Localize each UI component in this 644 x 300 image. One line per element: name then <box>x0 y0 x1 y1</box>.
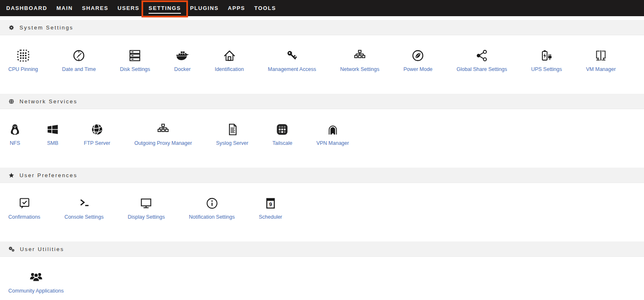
gear-icon <box>9 25 14 30</box>
gears-icon <box>9 246 15 252</box>
settings-item-label: Management Access <box>268 66 316 72</box>
section-title: Network Services <box>20 98 78 105</box>
settings-item-ftp-server[interactable]: FTP Server <box>72 122 122 146</box>
settings-item-label: Syslog Server <box>216 140 249 146</box>
settings-item-vpn-manager[interactable]: VPN Manager <box>304 122 361 146</box>
settings-item-tailscale[interactable]: Tailscale <box>260 122 304 146</box>
key-icon <box>268 48 316 63</box>
settings-page: System SettingsCPU PinningDate and TimeD… <box>0 20 644 300</box>
settings-item-network-settings[interactable]: Network Settings <box>328 48 391 72</box>
settings-item-label: Scheduler <box>259 214 282 220</box>
settings-item-cpu-pinning[interactable]: CPU Pinning <box>0 48 50 72</box>
settings-item-label: Outgoing Proxy Manager <box>134 140 192 146</box>
settings-item-label: Display Settings <box>128 214 165 220</box>
section-title: System Settings <box>20 24 73 31</box>
sitemap-icon <box>134 122 192 137</box>
settings-item-label: Notification Settings <box>189 214 234 220</box>
settings-item-label: Docker <box>174 66 191 72</box>
star-icon <box>9 173 14 178</box>
nav-item-tools[interactable]: TOOLS <box>250 0 281 16</box>
section-network-services: Network ServicesNFSSMBFTP ServerOutgoing… <box>0 94 644 168</box>
nav-item-label: SETTINGS <box>149 5 181 14</box>
settings-item-label: Tailscale <box>272 140 292 146</box>
leaf-circle-icon <box>403 48 432 63</box>
section-title: User Utilities <box>20 246 64 252</box>
nav-item-users[interactable]: USERS <box>113 0 144 16</box>
nav-item-shares[interactable]: SHARES <box>78 0 113 16</box>
nav-item-label: SHARES <box>82 5 109 11</box>
nav-item-label: MAIN <box>56 5 73 11</box>
settings-item-label: Disk Settings <box>120 66 150 72</box>
windows-icon <box>46 122 60 137</box>
info-circle-icon <box>189 195 234 211</box>
calendar-icon: 9 <box>259 195 282 211</box>
settings-item-community-applications[interactable]: Community Applications <box>0 269 76 294</box>
nav-item-plugins[interactable]: PLUGINS <box>185 0 223 16</box>
section-items: Community Applications <box>0 257 644 300</box>
section-items: NFSSMBFTP ServerOutgoing Proxy ManagerSy… <box>0 109 644 168</box>
settings-item-management-access[interactable]: Management Access <box>256 48 328 72</box>
terminal-icon <box>64 195 104 211</box>
chat-check-icon <box>8 195 40 211</box>
settings-item-identification[interactable]: Identification <box>202 48 256 72</box>
settings-item-smb[interactable]: SMB <box>34 122 72 146</box>
section-header: User Utilities <box>0 241 644 257</box>
nav-item-settings[interactable]: SETTINGS <box>144 0 185 16</box>
settings-item-label: FTP Server <box>84 140 110 146</box>
nav-item-main[interactable]: MAIN <box>52 0 78 16</box>
settings-item-vm-manager[interactable]: VM Manager <box>574 48 628 72</box>
nav-item-label: APPS <box>228 5 245 11</box>
settings-item-notification-settings[interactable]: Notification Settings <box>177 195 246 220</box>
disk-stack-icon <box>120 48 150 63</box>
clock-icon <box>62 48 96 63</box>
nav-item-label: USERS <box>117 5 139 11</box>
docker-whale-icon <box>174 48 191 63</box>
top-nav: DASHBOARDMAINSHARESUSERSSETTINGSPLUGINSA… <box>0 0 644 16</box>
settings-item-label: NFS <box>8 140 22 146</box>
nav-item-label: TOOLS <box>254 5 276 11</box>
section-title: User Preferences <box>20 172 78 178</box>
section-header: User Preferences <box>0 168 644 183</box>
settings-item-label: UPS Settings <box>531 66 562 72</box>
settings-item-date-and-time[interactable]: Date and Time <box>50 48 108 72</box>
settings-item-label: Community Applications <box>8 288 63 294</box>
vm-columns-icon <box>586 48 616 63</box>
cpu-grid-icon <box>8 48 38 63</box>
tailscale-grid-icon <box>272 122 292 137</box>
section-header: System Settings <box>0 20 644 35</box>
svg-text:9: 9 <box>269 201 272 207</box>
settings-item-label: Confirmations <box>8 214 40 220</box>
settings-item-power-mode[interactable]: Power Mode <box>391 48 444 72</box>
nav-item-apps[interactable]: APPS <box>223 0 250 16</box>
settings-item-label: SMB <box>46 140 60 146</box>
settings-item-docker[interactable]: Docker <box>162 48 203 72</box>
settings-item-nfs[interactable]: NFS <box>0 122 34 146</box>
hood-icon <box>316 122 349 137</box>
section-system-settings: System SettingsCPU PinningDate and TimeD… <box>0 20 644 94</box>
monitor-icon <box>128 195 165 211</box>
settings-item-label: Global Share Settings <box>456 66 507 72</box>
settings-item-label: VPN Manager <box>316 140 349 146</box>
settings-item-label: VM Manager <box>586 66 616 72</box>
settings-item-label: CPU Pinning <box>8 66 38 72</box>
section-items: ConfirmationsConsole SettingsDisplay Set… <box>0 183 644 241</box>
document-lines-icon <box>216 122 249 137</box>
globe-icon <box>9 99 14 104</box>
settings-item-scheduler[interactable]: 9Scheduler <box>247 195 294 220</box>
settings-item-outgoing-proxy-manager[interactable]: Outgoing Proxy Manager <box>122 122 204 146</box>
section-user-preferences: User PreferencesConfirmationsConsole Set… <box>0 168 644 241</box>
settings-item-disk-settings[interactable]: Disk Settings <box>108 48 162 72</box>
settings-item-global-share-settings[interactable]: Global Share Settings <box>444 48 519 72</box>
settings-item-label: Power Mode <box>403 66 432 72</box>
settings-item-display-settings[interactable]: Display Settings <box>116 195 177 220</box>
section-items: CPU PinningDate and TimeDisk SettingsDoc… <box>0 35 644 94</box>
share-nodes-icon <box>456 48 507 63</box>
penguin-icon <box>8 122 22 137</box>
settings-item-label: Date and Time <box>62 66 96 72</box>
settings-item-syslog-server[interactable]: Syslog Server <box>204 122 261 146</box>
nav-item-dashboard[interactable]: DASHBOARD <box>2 0 52 16</box>
settings-item-ups-settings[interactable]: UPS Settings <box>519 48 574 72</box>
nav-item-label: PLUGINS <box>190 5 219 11</box>
settings-item-console-settings[interactable]: Console Settings <box>52 195 116 220</box>
settings-item-confirmations[interactable]: Confirmations <box>0 195 52 220</box>
